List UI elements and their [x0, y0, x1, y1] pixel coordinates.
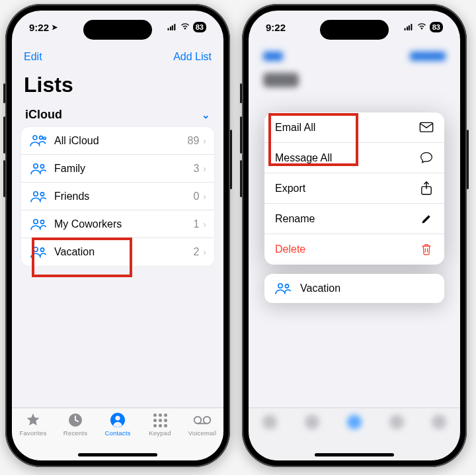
battery-badge: 83: [193, 22, 206, 32]
svg-point-1: [40, 136, 43, 139]
tab-label: Contacts: [104, 429, 130, 437]
status-time: 9:22: [266, 22, 286, 33]
list-label: All iCloud: [54, 135, 188, 147]
dynamic-island: [320, 20, 389, 40]
menu-message-all[interactable]: Message All: [264, 143, 444, 173]
svg-point-8: [40, 220, 44, 223]
list-label: Friends: [54, 191, 193, 202]
lists-card: All iCloud 89 › Family 3 › Friends 0: [21, 127, 214, 266]
menu-label: Message All: [275, 152, 332, 164]
list-row-vacation[interactable]: Vacation 2 ›: [21, 238, 214, 266]
signal-icon: [168, 24, 176, 30]
add-list-button[interactable]: Add List: [173, 51, 212, 63]
svg-point-6: [40, 192, 44, 195]
tab-voicemail[interactable]: Voicemail: [181, 412, 223, 449]
list-count: 89: [188, 135, 200, 147]
chevron-right-icon: ›: [203, 136, 206, 146]
page-title: Lists: [12, 70, 223, 105]
svg-point-2: [44, 137, 46, 140]
tab-favorites[interactable]: Favorites: [12, 412, 54, 449]
tab-label: Keypad: [149, 429, 171, 437]
svg-point-5: [34, 191, 38, 195]
blurred-backdrop: [410, 52, 446, 61]
signal-icon: [405, 24, 413, 30]
list-count: 2: [193, 246, 199, 258]
location-icon: ➤: [52, 23, 58, 32]
blurred-tab-bar: [249, 408, 460, 460]
svg-point-10: [40, 248, 44, 251]
menu-label: Export: [275, 183, 305, 194]
tab-label: Favorites: [20, 429, 47, 437]
svg-point-13: [115, 415, 120, 420]
list-row-friends[interactable]: Friends 0 ›: [21, 183, 214, 210]
context-menu: Email All Message All Export: [264, 112, 444, 265]
share-icon: [419, 181, 434, 196]
people-icon: [274, 281, 292, 296]
chevron-right-icon: ›: [203, 247, 206, 257]
list-label: Vacation: [54, 246, 193, 258]
svg-point-3: [34, 163, 38, 167]
tab-contacts[interactable]: Contacts: [97, 412, 139, 449]
list-row-all-icloud[interactable]: All iCloud 89 ›: [21, 127, 214, 155]
phone-right: 9:22 83 Email All: [242, 4, 467, 467]
keypad-icon: [153, 412, 167, 428]
menu-label: Email All: [275, 122, 315, 134]
edit-button[interactable]: Edit: [24, 51, 42, 63]
speech-bubble-icon: [419, 151, 434, 165]
chevron-down-icon: ⌄: [202, 109, 210, 121]
svg-point-19: [278, 284, 282, 288]
people-icon: [29, 161, 48, 176]
home-indicator[interactable]: [315, 453, 394, 456]
list-count: 0: [193, 191, 199, 202]
selected-list-vacation[interactable]: Vacation: [264, 274, 444, 303]
list-count: 3: [193, 163, 199, 175]
chevron-right-icon: ›: [203, 219, 206, 230]
home-indicator[interactable]: [78, 453, 157, 456]
dynamic-island: [83, 20, 152, 40]
wifi-icon: [180, 22, 190, 32]
menu-rename[interactable]: Rename: [264, 204, 444, 234]
people-icon: [29, 134, 48, 148]
wifi-icon: [416, 22, 427, 32]
chevron-right-icon: ›: [203, 191, 206, 202]
menu-label: Rename: [275, 213, 315, 225]
tab-bar: Favorites Recents Contacts Keypad Voicem…: [12, 408, 223, 460]
menu-email-all[interactable]: Email All: [264, 112, 444, 143]
navbar: Edit Add List: [12, 44, 223, 70]
tab-keypad[interactable]: Keypad: [139, 412, 181, 449]
svg-point-4: [40, 164, 44, 167]
chevron-right-icon: ›: [203, 163, 206, 174]
blurred-backdrop: [263, 73, 299, 87]
screen-context-menu: 9:22 83 Email All: [249, 11, 460, 460]
svg-point-7: [34, 219, 38, 223]
svg-point-14: [194, 417, 202, 424]
list-label: My Coworkers: [54, 218, 193, 230]
section-name: iCloud: [25, 108, 62, 122]
people-icon: [29, 189, 48, 204]
status-time: 9:22: [29, 22, 49, 33]
svg-point-9: [34, 247, 38, 251]
selected-list-label: Vacation: [300, 282, 340, 294]
phone-left: 9:22 ➤ 83 Edit Add List Lists iCloud ⌄: [5, 4, 230, 467]
svg-point-20: [285, 284, 288, 288]
blurred-backdrop: [263, 52, 283, 61]
battery-badge: 83: [430, 22, 443, 32]
list-row-family[interactable]: Family 3 ›: [21, 155, 214, 183]
envelope-icon: [419, 120, 434, 135]
svg-rect-17: [420, 123, 432, 132]
list-count: 1: [193, 218, 199, 230]
people-icon: [29, 217, 48, 232]
screen-lists: 9:22 ➤ 83 Edit Add List Lists iCloud ⌄: [12, 11, 223, 460]
tab-label: Voicemail: [188, 429, 216, 437]
trash-icon: [419, 242, 434, 257]
people-icon: [29, 245, 48, 259]
list-label: Family: [54, 163, 193, 175]
list-row-my-coworkers[interactable]: My Coworkers 1 ›: [21, 210, 214, 238]
menu-label: Delete: [275, 243, 305, 255]
menu-delete[interactable]: Delete: [264, 234, 444, 265]
section-header-icloud[interactable]: iCloud ⌄: [12, 105, 223, 127]
menu-export[interactable]: Export: [264, 173, 444, 204]
svg-point-15: [204, 417, 211, 424]
tab-recents[interactable]: Recents: [54, 412, 97, 449]
pencil-icon: [419, 212, 434, 226]
